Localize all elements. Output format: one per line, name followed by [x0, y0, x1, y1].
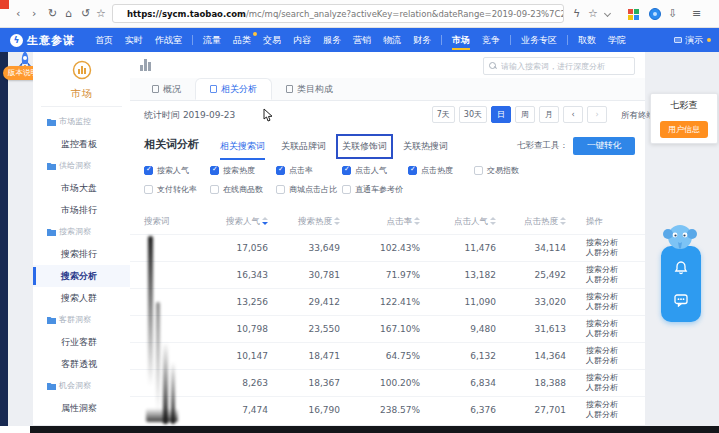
nav-item-home[interactable]: 首页 [89, 28, 119, 52]
nav-item-warroom[interactable]: 作战室 [149, 28, 188, 52]
sort-icon[interactable] [490, 217, 496, 225]
search-analysis-link[interactable]: 搜索分析 [586, 346, 645, 356]
keyword-search-box[interactable] [483, 57, 635, 75]
extension-avatar-icon[interactable] [649, 8, 661, 20]
date-btn-month[interactable]: 月 [539, 106, 559, 123]
sidebar-item-monitor-board[interactable]: 监控看板 [33, 133, 130, 155]
search-analysis-link[interactable]: 搜索分析 [586, 238, 645, 248]
metric-search-popularity[interactable]: 搜索人气 [144, 165, 210, 176]
sidebar-item-customer-perspective[interactable]: 客群透视 [33, 353, 130, 375]
extensions-grid-icon[interactable] [628, 9, 639, 20]
nav-item-category[interactable]: 品类 [227, 28, 257, 52]
crowd-analysis-link[interactable]: 人群分析 [586, 275, 645, 285]
crowd-analysis-link[interactable]: 人群分析 [586, 329, 645, 339]
page-icon [286, 85, 293, 93]
col-search-popularity[interactable]: 搜索人气 [222, 210, 282, 234]
chevron-down-icon[interactable] [604, 10, 611, 17]
col-click-heat[interactable]: 点击热度 [510, 210, 580, 234]
nav-item-marketing[interactable]: 营销 [347, 28, 377, 52]
search-analysis-link[interactable]: 搜索分析 [586, 292, 645, 302]
forward-icon[interactable]: › [32, 7, 36, 21]
chat-icon[interactable] [661, 292, 701, 311]
crowd-analysis-link[interactable]: 人群分析 [586, 383, 645, 393]
qicaicha-title[interactable]: 七彩查 [655, 99, 713, 112]
search-input[interactable] [501, 62, 626, 71]
nav-item-competition[interactable]: 竞争 [476, 28, 506, 52]
date-btn-30d[interactable]: 30天 [459, 106, 487, 123]
metric-click-popularity[interactable]: 点击人气 [342, 165, 408, 176]
click-rate-value: 102.43% [354, 234, 434, 261]
nav-item-logistics[interactable]: 物流 [377, 28, 407, 52]
tab-related-brand-words[interactable]: 关联品牌词 [281, 140, 326, 153]
nav-item-realtime[interactable]: 实时 [119, 28, 149, 52]
metric-click-rate[interactable]: 点击率 [276, 165, 342, 176]
one-click-convert-button[interactable]: 一键转化 [573, 137, 635, 155]
tab-related-modifier-words[interactable]: 关联修饰词 [342, 140, 387, 153]
back-icon[interactable]: ‹ [16, 7, 20, 21]
page-star-icon[interactable]: ☆ [588, 7, 598, 21]
search-analysis-link[interactable]: 搜索分析 [586, 265, 645, 275]
nav-item-business-zone[interactable]: 业务专区 [515, 28, 563, 52]
bookmark-star-icon[interactable]: ☆ [96, 7, 106, 21]
search-analysis-link[interactable]: 搜索分析 [586, 373, 645, 383]
search-analysis-link[interactable]: 搜索分析 [586, 319, 645, 329]
nav-item-data-fetch[interactable]: 取数 [572, 28, 602, 52]
date-btn-7d[interactable]: 7天 [432, 106, 455, 123]
col-click-popularity[interactable]: 点击人气 [434, 210, 510, 234]
metric-trade-index[interactable]: 交易指数 [474, 165, 540, 176]
bell-icon[interactable] [661, 260, 701, 279]
tab-overview[interactable]: 概况 [138, 78, 195, 100]
date-prev-button[interactable]: ‹ [563, 106, 583, 123]
history-icon[interactable]: ↺ [81, 7, 90, 21]
elephant-mascot-icon[interactable] [659, 220, 701, 252]
nav-item-traffic[interactable]: 流量 [197, 28, 227, 52]
sort-icon[interactable] [334, 217, 340, 225]
crowd-analysis-link[interactable]: 人群分析 [586, 302, 645, 312]
sidebar-item-market-overview[interactable]: 市场大盘 [33, 177, 130, 199]
download-icon[interactable]: ⇩ [668, 7, 677, 21]
lightning-icon[interactable]: ϟ [573, 7, 580, 21]
date-next-button[interactable]: › [587, 106, 607, 123]
nav-item-market[interactable]: 市场 [446, 28, 476, 52]
sort-icon[interactable] [414, 217, 420, 225]
home-icon[interactable]: ⌂ [65, 7, 72, 21]
reload-icon[interactable]: ↻ [48, 7, 57, 21]
crowd-analysis-link[interactable]: 人群分析 [586, 410, 645, 420]
sort-icon[interactable] [262, 217, 268, 225]
nav-item-content[interactable]: 内容 [287, 28, 317, 52]
tab-category-composition[interactable]: 类目构成 [272, 78, 347, 100]
tab-related-search-words[interactable]: 相关搜索词 [220, 140, 265, 153]
tab-relation-analysis[interactable]: 相关分析 [195, 78, 272, 100]
metric-click-heat[interactable]: 点击热度 [408, 165, 474, 176]
sidebar-item-market-ranking[interactable]: 市场排行 [33, 199, 130, 221]
nav-item-finance[interactable]: 财务 [407, 28, 437, 52]
metric-mall-click-share[interactable]: 商城点击占比 [276, 184, 342, 195]
search-analysis-link[interactable]: 搜索分析 [586, 400, 645, 410]
sidebar-item-attribute-insight[interactable]: 属性洞察 [33, 397, 130, 419]
demo-account-switch[interactable]: 演示 [674, 34, 709, 47]
stats-filter-row: 统计时间 2019-09-23 7天 30天 日 周 月 ‹ › 所有终端 [130, 101, 645, 129]
click-heat-value: 33,020 [510, 288, 580, 315]
metric-payment-conversion[interactable]: 支付转化率 [144, 184, 210, 195]
nav-item-academy[interactable]: 学院 [602, 28, 632, 52]
metric-ztc-reference-price[interactable]: 直通车参考价 [342, 184, 408, 195]
col-click-rate[interactable]: 点击率 [354, 210, 434, 234]
address-bar[interactable]: https://sycm.taobao.com/mc/mq/search_ana… [112, 4, 564, 23]
sidebar-item-search-analysis[interactable]: 搜索分析 [33, 265, 130, 287]
date-btn-week[interactable]: 周 [515, 106, 535, 123]
nav-item-trade[interactable]: 交易 [257, 28, 287, 52]
sidebar-item-industry-customers[interactable]: 行业客群 [33, 331, 130, 353]
nav-item-service[interactable]: 服务 [317, 28, 347, 52]
sidebar-item-search-ranking[interactable]: 搜索排行 [33, 243, 130, 265]
sort-icon[interactable] [560, 217, 566, 225]
sidebar-item-search-crowd[interactable]: 搜索人群 [33, 287, 130, 309]
user-info-button[interactable]: 用户信息 [660, 121, 708, 138]
metric-search-heat[interactable]: 搜索热度 [210, 165, 276, 176]
date-btn-day[interactable]: 日 [491, 106, 511, 123]
metric-online-products[interactable]: 在线商品数 [210, 184, 276, 195]
crowd-analysis-link[interactable]: 人群分析 [586, 356, 645, 366]
menu-icon[interactable]: ≡ [692, 7, 701, 21]
tab-related-hot-words[interactable]: 关联热搜词 [403, 140, 448, 153]
col-search-heat[interactable]: 搜索热度 [282, 210, 354, 234]
crowd-analysis-link[interactable]: 人群分析 [586, 248, 645, 258]
